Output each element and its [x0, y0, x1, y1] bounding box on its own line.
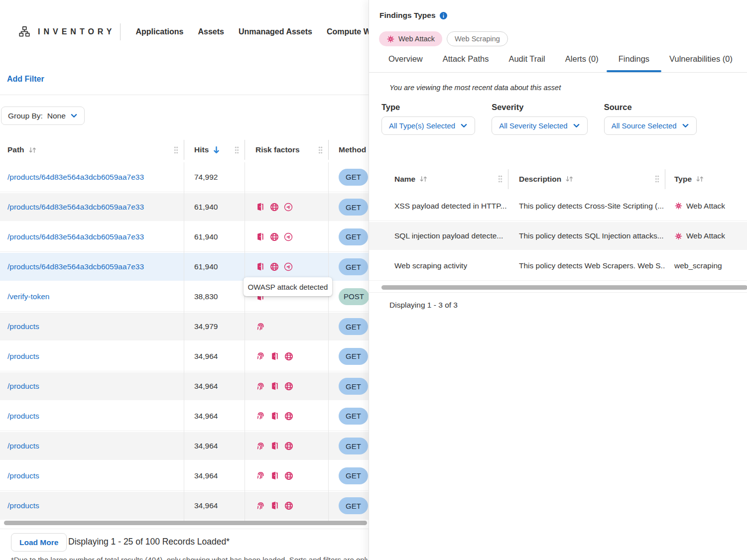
- column-header-method[interactable]: Method: [329, 140, 369, 160]
- globe-icon[interactable]: [269, 202, 279, 212]
- group-by-dropdown[interactable]: Group By: None: [1, 107, 85, 125]
- table-row[interactable]: /products34,964 GET: [0, 431, 369, 461]
- paper-plane-icon[interactable]: [283, 262, 293, 272]
- filter-source-dropdown[interactable]: All Source Selected: [604, 116, 697, 135]
- nav-item-unmanaged-assets[interactable]: Unmanaged Assets: [239, 27, 312, 36]
- path-link[interactable]: /products/64d83e564a3dcb6059aa7e33: [7, 262, 144, 271]
- tab-attack-paths[interactable]: Attack Paths: [443, 53, 489, 64]
- path-link[interactable]: /products: [7, 352, 39, 361]
- path-link[interactable]: /products: [7, 322, 39, 331]
- path-link[interactable]: /products: [7, 471, 39, 480]
- chip-web-attack[interactable]: Web Attack: [379, 31, 442, 46]
- path-link[interactable]: /products: [7, 382, 39, 391]
- globe-icon[interactable]: [284, 471, 294, 481]
- column-header-name[interactable]: Name: [369, 169, 508, 189]
- column-drag-handle-icon[interactable]: [234, 146, 240, 154]
- column-drag-handle-icon[interactable]: [318, 146, 323, 154]
- globe-icon[interactable]: [269, 262, 279, 272]
- sort-desc-icon[interactable]: [213, 146, 220, 154]
- tab-audit-trail[interactable]: Audit Trail: [508, 53, 545, 64]
- column-header-path[interactable]: Path: [0, 140, 184, 160]
- column-drag-handle-icon[interactable]: [173, 146, 179, 154]
- table-row[interactable]: /products34,979 GET: [0, 312, 369, 341]
- fingerprint-icon[interactable]: [255, 501, 266, 511]
- table-row[interactable]: /products34,964 GET: [0, 461, 369, 491]
- table-row[interactable]: /products/64d83e564a3dcb6059aa7e3374,992…: [0, 162, 369, 192]
- door-icon[interactable]: [270, 501, 280, 511]
- globe-icon[interactable]: [284, 501, 294, 511]
- globe-icon[interactable]: [284, 381, 294, 391]
- filter-source: SourceAll Source Selected: [604, 103, 697, 135]
- tab-alerts-0[interactable]: Alerts (0): [565, 53, 599, 64]
- table-row[interactable]: /products34,964 GET: [0, 491, 369, 521]
- door-icon[interactable]: [270, 471, 280, 481]
- fingerprint-icon[interactable]: [255, 441, 266, 451]
- globe-icon[interactable]: [269, 232, 279, 242]
- fingerprint-icon[interactable]: [255, 470, 266, 481]
- table-row[interactable]: /products34,964 GET: [0, 341, 369, 371]
- column-header-type[interactable]: Type: [665, 169, 747, 189]
- table-row[interactable]: /products34,964 GET: [0, 371, 369, 401]
- paths-table-horizontal-scrollbar[interactable]: [4, 521, 367, 525]
- column-header-risk-factors[interactable]: Risk factors: [245, 140, 329, 160]
- globe-icon[interactable]: [284, 441, 294, 451]
- fingerprint-icon[interactable]: [255, 322, 266, 332]
- column-drag-handle-icon[interactable]: [498, 175, 503, 183]
- table-row[interactable]: /products/64d83e564a3dcb6059aa7e3361,940…: [0, 222, 369, 252]
- filter-type-dropdown[interactable]: All Type(s) Selected: [381, 116, 475, 135]
- finding-row[interactable]: Web scraping activityThis policy detects…: [369, 251, 747, 281]
- web-attack-icon: [674, 232, 683, 240]
- finding-row[interactable]: XSS payload detected in HTTP...This poli…: [369, 191, 747, 221]
- path-link[interactable]: /products/64d83e564a3dcb6059aa7e33: [7, 232, 144, 241]
- sort-updown-icon[interactable]: [419, 175, 428, 183]
- path-link[interactable]: /products: [7, 412, 39, 421]
- sort-updown-icon[interactable]: [28, 146, 37, 154]
- table-row[interactable]: /products/64d83e564a3dcb6059aa7e3361,940…: [0, 192, 369, 222]
- nav-item-applications[interactable]: Applications: [135, 27, 183, 36]
- door-icon[interactable]: [255, 262, 265, 272]
- column-header-hits[interactable]: Hits: [184, 140, 245, 160]
- globe-icon[interactable]: [284, 351, 294, 361]
- findings-table-header: Name Description: [369, 167, 747, 191]
- path-link[interactable]: /products/64d83e564a3dcb6059aa7e33: [7, 203, 144, 212]
- door-icon[interactable]: [270, 441, 280, 451]
- path-link[interactable]: /products: [7, 442, 39, 450]
- method-badge: GET: [339, 228, 368, 245]
- fingerprint-icon[interactable]: [255, 411, 266, 421]
- findings-table-horizontal-scrollbar[interactable]: [381, 285, 747, 290]
- paper-plane-icon[interactable]: [283, 202, 293, 212]
- fingerprint-icon[interactable]: [255, 381, 266, 392]
- path-link[interactable]: /products/64d83e564a3dcb6059aa7e33: [7, 173, 144, 182]
- nav-item-assets[interactable]: Assets: [198, 27, 224, 36]
- fingerprint-icon[interactable]: [255, 351, 266, 361]
- door-icon[interactable]: [270, 411, 280, 421]
- load-more-button[interactable]: Load More: [11, 533, 67, 552]
- column-drag-handle-icon[interactable]: [654, 175, 660, 183]
- chip-web-scraping[interactable]: Web Scraping: [447, 31, 508, 46]
- sort-updown-icon[interactable]: [565, 175, 574, 183]
- info-icon[interactable]: [440, 12, 447, 19]
- tab-vulnerabilities-0[interactable]: Vulnerabilities (0): [669, 53, 733, 64]
- column-header-description[interactable]: Description: [508, 169, 665, 189]
- tab-findings[interactable]: Findings: [619, 53, 649, 64]
- door-icon[interactable]: [255, 202, 265, 212]
- brand-title: INVENTORY: [38, 27, 115, 36]
- method-badge: GET: [339, 408, 368, 425]
- filter-severity-dropdown[interactable]: All Severity Selected: [492, 116, 588, 135]
- finding-row[interactable]: SQL injection payload detecte...This pol…: [369, 221, 747, 251]
- door-icon[interactable]: [255, 232, 265, 242]
- door-icon[interactable]: [270, 351, 280, 361]
- table-row[interactable]: /products34,964 GET: [0, 401, 369, 431]
- sort-updown-icon[interactable]: [695, 175, 705, 183]
- inventory-panel: INVENTORY ApplicationsAssetsUnmanaged As…: [0, 0, 369, 560]
- door-icon[interactable]: [270, 381, 280, 391]
- risk-factor-icons: [255, 381, 294, 392]
- tab-overview[interactable]: Overview: [388, 53, 423, 64]
- path-link[interactable]: /verify-token: [7, 292, 49, 301]
- findings-footer-divider: [369, 292, 747, 293]
- add-filter-button[interactable]: Add Filter: [7, 75, 44, 84]
- paper-plane-icon[interactable]: [283, 232, 293, 242]
- globe-icon[interactable]: [284, 411, 294, 421]
- path-link[interactable]: /products: [7, 501, 39, 510]
- asset-details-drawer: Findings Types Web AttackWeb Scraping Ov…: [369, 0, 747, 560]
